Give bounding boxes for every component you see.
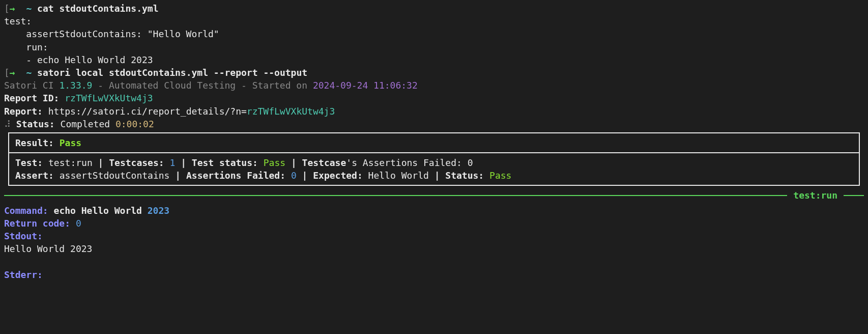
product-name: Satori CI <box>4 80 59 91</box>
test-status-value: Pass <box>264 157 285 168</box>
command-label: Command: <box>4 205 54 216</box>
return-code-label: Return code: <box>4 218 76 229</box>
yaml-line-2: assertStdoutContains: "Hello World" <box>4 27 864 40</box>
arrow-icon: → <box>10 67 15 78</box>
assertions-failed-label: Testcase <box>302 157 346 168</box>
testcases-label: Testcases: <box>109 157 169 168</box>
assertions-failed-value: 0 <box>468 157 473 168</box>
stdout-value: Hello World 2023 <box>4 242 864 255</box>
rule-label: test:run <box>787 189 844 202</box>
rule-line-left <box>4 195 787 196</box>
command-2: satori local stdoutContains.yml --report… <box>37 67 307 78</box>
test-line: Test: test:run | Testcases: 1 | Test sta… <box>15 156 853 169</box>
version: 1.33.9 <box>59 80 92 91</box>
assert-label: Assert: <box>15 170 60 181</box>
report-url-base: https://satori.ci/report_details/?n= <box>48 106 247 117</box>
command-1: cat stdoutContains.yml <box>37 3 158 14</box>
test-value: test:run <box>48 157 93 168</box>
start-date: 2024-09-24 <box>313 80 368 91</box>
command-year: 2023 <box>148 205 169 216</box>
assert-value: assertStdoutContains <box>60 170 170 181</box>
tilde-icon: ~ <box>26 67 32 78</box>
testcases-value: 1 <box>169 157 175 168</box>
command-line: Command: echo Hello World 2023 <box>4 204 864 217</box>
assert-failed-label: Assertions Failed: <box>186 170 291 181</box>
status-value: Completed <box>61 119 115 129</box>
stderr-label: Stderr: <box>4 268 864 281</box>
prompt-line-2: [→ ~ satori local stdoutContains.yml --r… <box>4 66 864 79</box>
arrow-icon: → <box>10 3 15 14</box>
tilde-icon: ~ <box>26 3 32 14</box>
command-value: echo Hello World <box>54 205 148 216</box>
return-code-value: 0 <box>76 218 81 229</box>
test-box: Test: test:run | Testcases: 1 | Test sta… <box>8 152 860 186</box>
report-id-label: Report ID: <box>4 93 65 103</box>
report-url-label: Report: <box>4 106 48 117</box>
assert-status-label: Status: <box>445 170 489 181</box>
spinner-icon: ⠼ <box>4 119 11 129</box>
status-label: Status: <box>11 119 61 129</box>
status-line: ⠼ Status: Completed 0:00:02 <box>4 118 864 130</box>
stdout-label: Stdout: <box>4 230 864 242</box>
header-line: Satori CI 1.33.9 - Automated Cloud Testi… <box>4 79 864 92</box>
section-rule: test:run <box>4 189 864 202</box>
yaml-line-3: run: <box>4 41 864 53</box>
yaml-line-1: test: <box>4 15 864 27</box>
header-desc: - Automated Cloud Testing - Started on <box>92 80 312 91</box>
assert-failed-value: 0 <box>291 170 297 181</box>
expected-value: Hello World <box>368 170 429 181</box>
result-value: Pass <box>60 137 81 148</box>
report-id-value: rzTWfLwVXkUtw4j3 <box>65 93 153 103</box>
return-code-line: Return code: 0 <box>4 217 864 230</box>
status-time: 0:00:02 <box>115 119 154 129</box>
assert-line: Assert: assertStdoutContains | Assertion… <box>15 169 853 182</box>
rule-line-right <box>844 195 864 196</box>
report-url-line: Report: https://satori.ci/report_details… <box>4 105 864 118</box>
report-url-id: rzTWfLwVXkUtw4j3 <box>247 106 335 117</box>
assert-status-value: Pass <box>489 170 511 181</box>
result-box: Result: Pass <box>8 132 860 152</box>
start-time: 11:06:32 <box>368 80 418 91</box>
result-label: Result: <box>15 137 60 148</box>
test-label: Test: <box>15 157 48 168</box>
report-id-line: Report ID: rzTWfLwVXkUtw4j3 <box>4 92 864 104</box>
yaml-line-4: - echo Hello World 2023 <box>4 53 864 66</box>
expected-label: Expected: <box>313 170 368 181</box>
test-status-label: Test status: <box>192 157 264 168</box>
prompt-line-1: [→ ~ cat stdoutContains.yml <box>4 2 864 15</box>
